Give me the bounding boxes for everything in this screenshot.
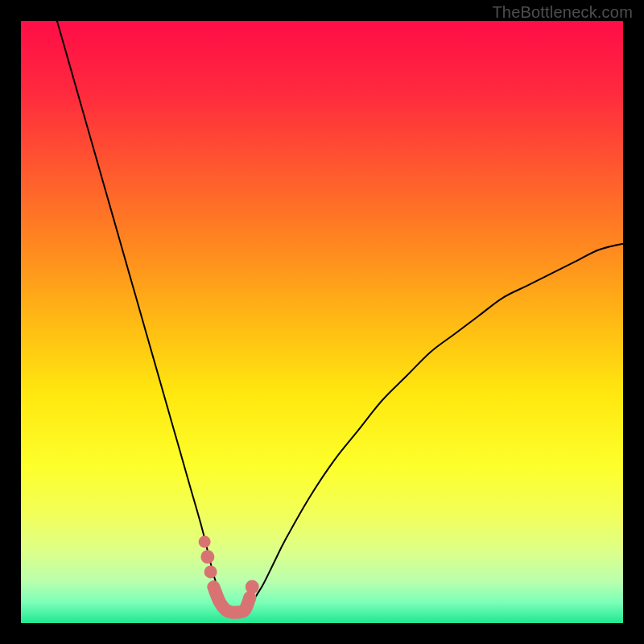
- highlight-dip-dot: [200, 550, 214, 564]
- highlight-dip-dot: [246, 580, 259, 594]
- outer-frame: TheBottleneck.com: [0, 0, 644, 644]
- gradient-background: [21, 21, 623, 623]
- highlight-dip-dot: [204, 565, 217, 578]
- chart-svg: [21, 21, 623, 623]
- highlight-dip-dot: [243, 592, 256, 605]
- watermark-text: TheBottleneck.com: [492, 3, 633, 22]
- highlight-dip-dot: [199, 536, 211, 548]
- plot-area: [21, 21, 623, 623]
